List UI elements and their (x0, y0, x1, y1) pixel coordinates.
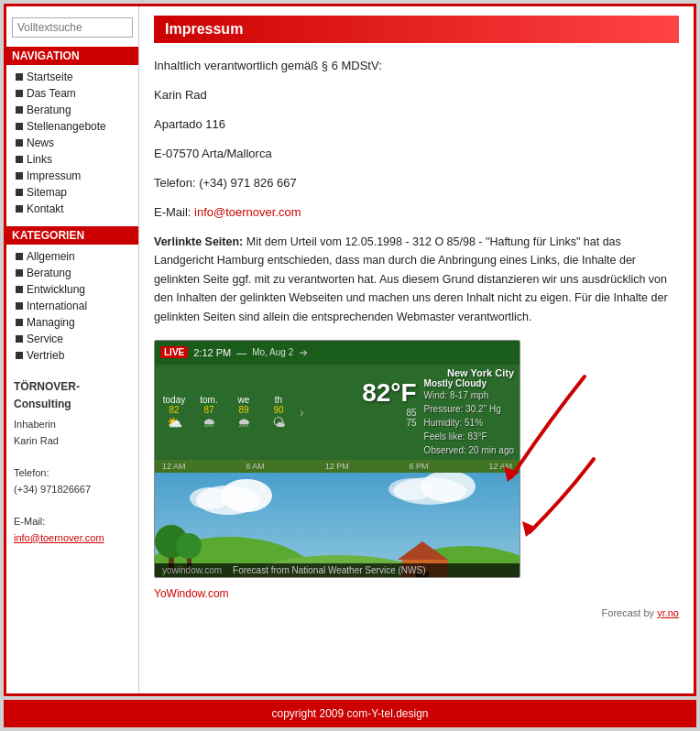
warning-label: Verlinkte Seiten: (154, 235, 243, 248)
para-address1: Apartado 116 (154, 115, 679, 135)
footer-text: copyright 2009 com-Y-tel.design (272, 707, 429, 720)
email-link-main[interactable]: info@toernover.com (194, 205, 301, 219)
svg-point-20 (190, 487, 230, 509)
landscape-svg (155, 473, 520, 578)
nav-bullet (16, 269, 23, 277)
nav-bullet (16, 335, 23, 343)
current-weather-right: New York City 82°F 85 75 (362, 367, 514, 457)
kategorien-section-title: KATEGORIEN (6, 226, 138, 245)
nav-list: Startseite Das Team Beratung Stellenange… (6, 69, 138, 217)
content-text: Inhaltlich verantwortlich gemäß § 6 MDSt… (154, 56, 679, 224)
telefon-label: Telefon: (14, 465, 131, 482)
weather-bottom-bar: yowindow.com Forecast from National Weat… (155, 563, 520, 577)
search-input[interactable] (12, 17, 133, 38)
svg-point-8 (176, 533, 202, 559)
yowindow-link[interactable]: YoWindow.com (154, 587, 679, 600)
weather-top-bar: LIVE 2:12 PM — Mo, Aug 2 ➜ (155, 341, 520, 365)
company-name: TÖRNOVER-Consulting (14, 378, 131, 413)
inhaberin-name: Karin Rad (14, 433, 131, 450)
nav-item-kontakt[interactable]: Kontakt (6, 201, 138, 217)
kat-vertrieb[interactable]: Vertrieb (6, 347, 138, 364)
forecast-credit-link[interactable]: yr.no (657, 607, 679, 618)
nav-bullet (16, 286, 23, 293)
nav-item-das-team[interactable]: Das Team (6, 85, 138, 102)
live-badge: LIVE (160, 346, 188, 358)
nav-item-stellenangebote[interactable]: Stellenangebote (6, 118, 138, 135)
weather-widget[interactable]: LIVE 2:12 PM — Mo, Aug 2 ➜ today 82 ⛅ (154, 340, 520, 578)
nav-bullet (16, 156, 23, 163)
nav-item-startseite[interactable]: Startseite (6, 69, 138, 85)
weather-timeline: 12 AM 6 AM 12 PM 6 PM 12 AM (155, 460, 520, 473)
forecast-credit-pre: Forecast by (602, 607, 658, 618)
forecast-tom: tom. 87 🌧 (195, 395, 223, 430)
nav-bullet (16, 172, 23, 180)
nav-item-sitemap[interactable]: Sitemap (6, 184, 138, 201)
email-label: E-Mail: (14, 514, 131, 530)
nav-bullet (16, 352, 23, 359)
warning-body: Mit dem Urteil vom 12.05.1998 - 312 O 85… (154, 235, 668, 324)
forecast-th: th 90 🌤 (265, 395, 292, 430)
email-prefix: E-Mail: (154, 205, 194, 219)
email-link-sidebar[interactable]: info@toernover.com (14, 532, 104, 543)
weather-pressure: Pressure: 30.2" Hg (424, 402, 514, 416)
yowindow-text: yowindow.com (162, 565, 222, 575)
svg-point-23 (388, 478, 434, 500)
inhaberin-label: Inhaberin (14, 417, 131, 433)
forecast-row: today 82 ⛅ tom. 87 🌧 we 89 🌧 (155, 365, 520, 460)
para-name: Karin Rad (154, 85, 679, 105)
forecast-credit: Forecast by yr.no (154, 607, 679, 618)
tl-2: 6 AM (246, 462, 265, 471)
nav-item-news[interactable]: News (6, 135, 138, 151)
kat-allgemein[interactable]: Allgemein (6, 248, 138, 265)
forecast-arrow[interactable]: › (300, 405, 304, 420)
arrow-icon: ➜ (299, 346, 308, 359)
kategorien-list: Allgemein Beratung Entwicklung Internati… (6, 248, 138, 364)
telefon-value: (+34) 971826667 (14, 482, 131, 498)
footer: copyright 2009 com-Y-tel.design (4, 700, 696, 727)
search-box[interactable] (12, 17, 133, 38)
weather-hilo: 85 75 (362, 408, 416, 428)
para-phone: Telefon: (+34) 971 826 667 (154, 173, 679, 193)
main-content: Impressum Inhaltlich verantwortlich gemä… (139, 6, 694, 693)
weather-wind: Wind: 8-17 mph (424, 388, 514, 402)
tl-5: 12 AM (488, 462, 512, 471)
nav-bullet (16, 73, 23, 81)
tl-4: 6 PM (410, 462, 429, 471)
tl-3: 12 PM (325, 462, 349, 471)
kat-international[interactable]: International (6, 298, 138, 314)
forecast-today: today 82 ⛅ (160, 395, 188, 430)
weather-feels: Feels like: 83°F (424, 430, 514, 443)
weather-widget-container: LIVE 2:12 PM — Mo, Aug 2 ➜ today 82 ⛅ (154, 340, 520, 578)
weather-sep: — (236, 347, 246, 358)
nav-item-links[interactable]: Links (6, 151, 138, 168)
kat-beratung[interactable]: Beratung (6, 265, 138, 281)
nav-bullet (16, 253, 23, 260)
forecast-we: we 89 🌧 (230, 395, 257, 430)
para-email: E-Mail: info@toernover.com (154, 202, 679, 223)
para-address2: E-07570 Arta/Mallorca (154, 144, 679, 164)
svg-marker-25 (522, 521, 537, 537)
kat-entwicklung[interactable]: Entwicklung (6, 281, 138, 298)
tl-1: 12 AM (162, 462, 186, 471)
sidebar-info: TÖRNOVER-Consulting Inhaberin Karin Rad … (6, 373, 138, 551)
warning-text: Verlinkte Seiten: Mit dem Urteil vom 12.… (154, 233, 679, 327)
outer-wrapper: NAVIGATION Startseite Das Team Beratung … (0, 0, 700, 731)
weather-city: New York City (362, 367, 514, 378)
nav-item-impressum[interactable]: Impressum (6, 168, 138, 184)
kat-managing[interactable]: Managing (6, 314, 138, 331)
nav-bullet (16, 189, 23, 196)
nav-item-beratung[interactable]: Beratung (6, 102, 138, 118)
nav-bullet (16, 106, 23, 114)
weather-landscape (155, 473, 520, 578)
nav-bullet (16, 123, 23, 130)
nav-bullet (16, 139, 23, 147)
nav-bullet (16, 205, 23, 213)
nav-section-title: NAVIGATION (6, 47, 138, 65)
weather-observed: Observed: 20 min ago (424, 443, 514, 457)
main-container: NAVIGATION Startseite Das Team Beratung … (4, 4, 696, 696)
nav-bullet (16, 302, 23, 310)
para-responsible: Inhaltlich verantwortlich gemäß § 6 MDSt… (154, 56, 679, 76)
nws-text: Forecast from National Weather Service (… (233, 565, 425, 575)
kat-service[interactable]: Service (6, 331, 138, 347)
nav-bullet (16, 319, 23, 326)
